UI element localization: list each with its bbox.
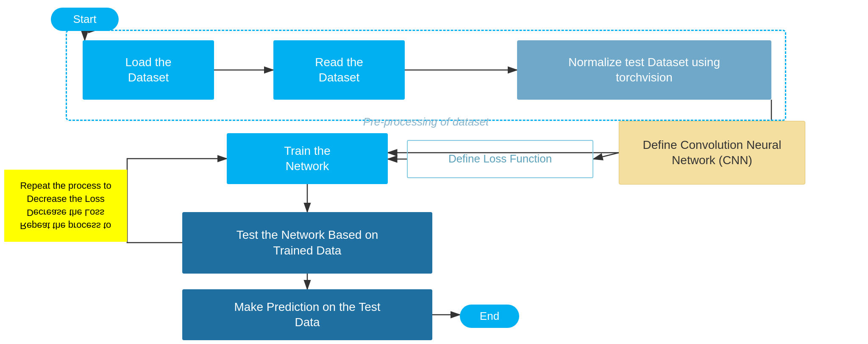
read-label: Read the Dataset [315, 55, 363, 86]
test-label: Test the Network Based on Trained Data [236, 227, 378, 258]
normalize-box: Normalize test Dataset using torchvision [517, 40, 771, 100]
normalize-label: Normalize test Dataset using torchvision [568, 55, 720, 86]
predict-box: Make Prediction on the Test Data [182, 289, 432, 340]
train-box: Train the Network [227, 133, 388, 184]
repeat-text: Repeat the process to Decrease the Loss … [20, 179, 111, 232]
repeat-label: Repeat the process to Decrease the Loss … [4, 170, 127, 242]
svg-line-4 [593, 153, 619, 159]
loss-box: Define Loss Function [407, 140, 593, 178]
load-label: Load the Dataset [125, 55, 172, 86]
load-box: Load the Dataset [83, 40, 214, 100]
cnn-box: Define Convolution Neural Network (CNN) [619, 121, 805, 185]
start-label: Start [73, 12, 97, 27]
end-box: End [460, 305, 519, 328]
train-label: Train the Network [284, 143, 330, 174]
flowchart: Start Pre-processing of dataset Load the… [0, 0, 868, 344]
test-box: Test the Network Based on Trained Data [182, 212, 432, 274]
start-box: Start [51, 8, 119, 31]
end-label: End [480, 309, 499, 324]
cnn-label: Define Convolution Neural Network (CNN) [643, 137, 782, 168]
loss-label: Define Loss Function [448, 152, 552, 166]
predict-label: Make Prediction on the Test Data [234, 299, 380, 330]
read-box: Read the Dataset [273, 40, 405, 100]
